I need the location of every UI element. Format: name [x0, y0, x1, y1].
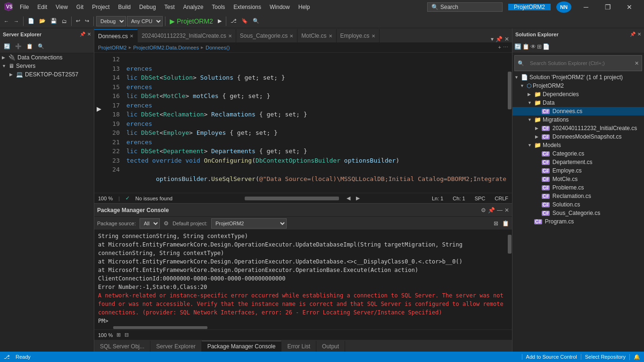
tab-pmc[interactable]: Package Manager Console	[202, 341, 282, 352]
tab-motcle[interactable]: MotCle.cs ✕	[297, 29, 336, 42]
new-project-button[interactable]: 📄	[26, 17, 36, 25]
se-reclamation[interactable]: ▶ C# Reclamation.cs	[512, 192, 644, 200]
profile-avatar[interactable]: NN	[556, 1, 571, 13]
menu-window[interactable]: Window	[266, 3, 294, 11]
tab-employe[interactable]: Employe.cs ✕	[337, 29, 380, 42]
undo-button[interactable]: ↩	[74, 17, 82, 25]
select-repo-button[interactable]: Select Repository	[581, 354, 626, 360]
se-initialcreate[interactable]: ▶ C# 20240401112232_InitialCreate.cs	[512, 124, 644, 132]
default-project-dropdown[interactable]: ProjetORM2	[211, 218, 287, 229]
tab-error-list[interactable]: Error List	[281, 341, 316, 352]
se-tb-sync[interactable]: 🔄	[514, 43, 521, 50]
scroll-right-icon[interactable]: ▶	[356, 195, 360, 201]
tab-server-explorer[interactable]: Server Explorer	[150, 341, 201, 352]
redo-button[interactable]: ↪	[83, 17, 91, 25]
code-editor[interactable]: 12 13 14 15 16 17 18 19 20 21 22 23 24 e…	[94, 53, 512, 193]
editor-vertical-scrollbar[interactable]	[507, 53, 512, 193]
tab-employe-close[interactable]: ✕	[372, 33, 375, 39]
se-tb-showall[interactable]: 👁	[530, 43, 536, 50]
pmc-settings-button[interactable]: ⚙	[481, 207, 486, 214]
breadcrumb-overflow-button[interactable]: ⋯	[503, 44, 508, 50]
title-search-box[interactable]: 🔍 Search	[427, 2, 503, 12]
debug-config-dropdown[interactable]: Debug	[96, 16, 126, 26]
bookmark-button[interactable]: 🔖	[239, 17, 250, 25]
se-probleme[interactable]: ▶ C# Probleme.cs	[512, 183, 644, 192]
editor-scrollbar-thumb[interactable]	[508, 72, 512, 109]
se-souscategorie[interactable]: ▶ C# Sous_Categorie.cs	[512, 209, 644, 217]
minimize-button[interactable]: ─	[575, 0, 597, 14]
tab-sql-server[interactable]: SQL Server Obj...	[94, 341, 150, 352]
menu-git[interactable]: Git	[73, 3, 87, 11]
se-data-connections[interactable]: ▶ 🔌 Data Connections	[0, 53, 94, 62]
se-categorie[interactable]: ▶ C# Categorie.cs	[512, 149, 644, 158]
se-tb-properties[interactable]: 📋	[522, 43, 529, 50]
se-add-button[interactable]: ➕	[13, 42, 24, 50]
menu-help[interactable]: Help	[295, 3, 314, 11]
editor-pin-button[interactable]: 📌	[495, 36, 503, 42]
menu-view[interactable]: View	[52, 3, 72, 11]
zoom-button[interactable]: 🔍	[251, 17, 261, 25]
menu-project[interactable]: Project	[88, 3, 113, 11]
se-data-folder[interactable]: ▼ 📁 Data	[512, 99, 644, 107]
settings-icon[interactable]: ⚙	[164, 220, 169, 227]
se-desktop[interactable]: ▶ 💻 DESKTOP-DST2S57	[0, 70, 94, 79]
tab-output[interactable]: Output	[316, 341, 345, 352]
tab-initialcreate[interactable]: 20240401112232_InitialCreate.cs ✕	[138, 29, 236, 42]
tab-souscategorie[interactable]: Sous_Categorie.cs ✕	[236, 29, 297, 42]
pmc-scrollbar-thumb[interactable]	[508, 235, 512, 254]
copy-console-button[interactable]: 📋	[502, 220, 509, 227]
pmc-close-button[interactable]: ✕	[504, 207, 509, 214]
se-close-button2[interactable]: ✕	[637, 32, 641, 37]
menu-tools[interactable]: Tools	[208, 3, 229, 11]
git-button[interactable]: ⎇	[229, 17, 239, 25]
save-button[interactable]: 💾	[49, 17, 59, 25]
clear-console-button[interactable]: ⊠	[494, 220, 498, 227]
maximize-button[interactable]: ❐	[597, 0, 619, 14]
breadcrumb-class[interactable]: ProjectORM2.Data.Donnees	[133, 45, 199, 50]
menu-file[interactable]: File	[16, 3, 33, 11]
pmc-minimize-button[interactable]: —	[497, 207, 503, 214]
se-donnees[interactable]: ▶ C# Donnees.cs	[512, 107, 644, 115]
close-button[interactable]: ✕	[619, 0, 640, 14]
menu-analyze[interactable]: Analyze	[180, 3, 207, 11]
se-migrations[interactable]: ▼ 📁 Migrations	[512, 115, 644, 124]
tab-initialcreate-close[interactable]: ✕	[228, 33, 232, 39]
pmc-horizontal-scrollbar[interactable]	[94, 326, 512, 329]
se-tb-preview[interactable]: 📄	[543, 43, 550, 50]
se-solution-cs[interactable]: ▶ C# Solution.cs	[512, 200, 644, 209]
se-project[interactable]: ▼ ⬡ ProjetORM2	[512, 82, 644, 90]
se-filter-button[interactable]: 🔍	[36, 42, 46, 50]
menu-extensions[interactable]: Extensions	[230, 3, 265, 11]
platform-dropdown[interactable]: Any CPU	[127, 16, 163, 26]
menu-test[interactable]: Test	[161, 3, 179, 11]
editor-overflow-button[interactable]: ▾	[491, 36, 494, 42]
editor-scrollbar-horizontal[interactable]	[245, 197, 339, 200]
pmc-zoom-icon2[interactable]: ⊟	[124, 332, 129, 338]
breadcrumb-namespace[interactable]: ProjetORM2	[98, 45, 127, 50]
se-pin-button[interactable]: 📌	[630, 32, 636, 37]
menu-build[interactable]: Build	[115, 3, 135, 11]
se-dependencies[interactable]: ▶ 📁 Dependencies	[512, 90, 644, 99]
breadcrumb-method[interactable]: Donnees()	[206, 45, 230, 50]
source-control-button[interactable]: Add to Source Control	[522, 354, 577, 360]
se-refresh-button[interactable]: 🔄	[2, 42, 12, 50]
run-step-button[interactable]: ▶	[216, 17, 223, 25]
pmc-scrollbar-thumb-h[interactable]	[113, 326, 207, 329]
se-pin-button[interactable]: 📌	[80, 32, 85, 37]
se-tb-filter[interactable]: ⊞	[537, 43, 542, 50]
editor-close-button[interactable]: ✕	[504, 36, 509, 42]
pmc-vertical-scrollbar[interactable]	[507, 230, 512, 326]
menu-debug[interactable]: Debug	[135, 3, 159, 11]
se-properties-button[interactable]: 📋	[25, 42, 35, 50]
menu-edit[interactable]: Edit	[33, 3, 51, 11]
se-search-input[interactable]	[526, 57, 633, 70]
se-servers[interactable]: ▼ 🖥 Servers	[0, 62, 94, 70]
se-snapshot[interactable]: ▶ C# DonneesModelSnapshot.cs	[512, 132, 644, 141]
se-employe[interactable]: ▶ C# Employe.cs	[512, 166, 644, 175]
save-all-button[interactable]: 🗂	[60, 17, 69, 25]
breadcrumb-add-button[interactable]: +	[498, 44, 501, 50]
se-search-clear[interactable]: ✕	[635, 60, 639, 66]
tab-motcle-close[interactable]: ✕	[329, 33, 332, 39]
open-button[interactable]: 📂	[37, 17, 48, 25]
se-motcle[interactable]: ▶ C# MotCle.cs	[512, 175, 644, 183]
